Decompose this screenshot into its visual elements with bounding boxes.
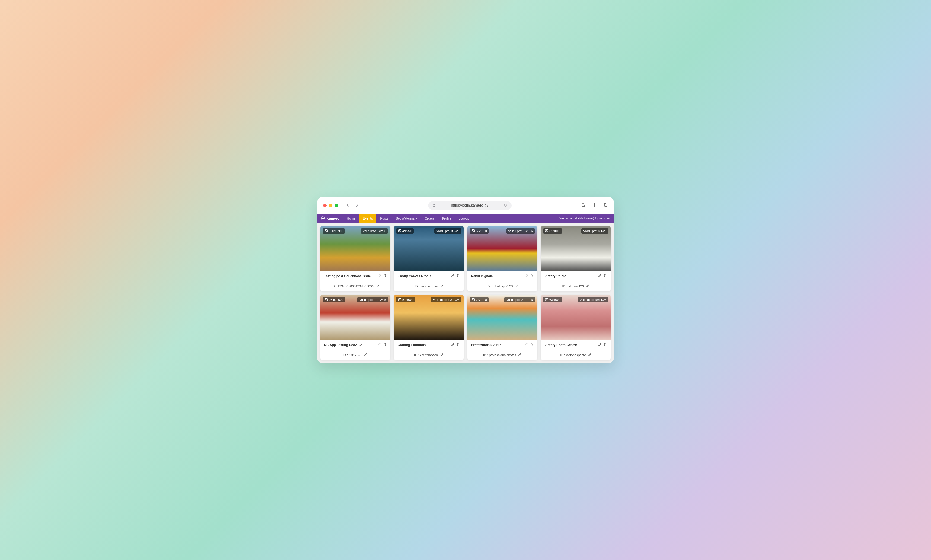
svg-rect-10 (545, 230, 548, 232)
edit-button[interactable] (525, 343, 528, 347)
edit-button[interactable] (451, 343, 455, 347)
window-maximize-button[interactable] (335, 204, 338, 207)
edit-id-button[interactable] (440, 353, 443, 357)
card-actions (525, 343, 533, 347)
edit-id-button[interactable] (375, 284, 379, 288)
validity-value: Valid upto: 22/11/25 (506, 298, 533, 302)
svg-rect-12 (325, 298, 328, 301)
validity-badge: Valid upto: 18/11/25 (578, 297, 608, 303)
event-card[interactable]: 2645/4500 Valid upto: 13/12/25 RB App Te… (320, 295, 390, 360)
event-card[interactable]: 63/1000 Valid upto: 18/11/25 Victory Pho… (541, 295, 611, 360)
browser-chrome: https://login.kamero.ai/ (317, 197, 614, 214)
count-value: 2645/4500 (329, 298, 343, 302)
edit-button[interactable] (451, 274, 455, 278)
card-body: Professional Studio (467, 340, 537, 350)
card-actions (525, 274, 533, 278)
card-image: 55/1000 Valid upto: 12/1/26 (467, 226, 537, 271)
svg-point-17 (472, 299, 473, 300)
card-footer: ID : studios123 (541, 282, 611, 291)
image-icon (471, 298, 475, 302)
edit-button[interactable] (378, 274, 381, 278)
edit-id-button[interactable] (586, 284, 589, 288)
validity-badge: Valid upto: 3/2/26 (434, 228, 461, 234)
count-value: 57/1000 (402, 298, 413, 302)
card-footer: ID : craftemotion (394, 350, 464, 360)
svg-point-11 (546, 230, 546, 231)
new-tab-icon[interactable] (592, 203, 597, 208)
brand-name: Kamero (326, 216, 339, 220)
card-id: ID : craftemotion (414, 353, 438, 357)
svg-rect-16 (472, 298, 474, 301)
card-footer: ID : knottycanva (394, 282, 464, 291)
back-button[interactable] (346, 202, 350, 208)
image-icon (398, 229, 401, 232)
window-minimize-button[interactable] (329, 204, 332, 207)
nav-home[interactable]: Home (343, 214, 359, 223)
delete-button[interactable] (457, 274, 460, 278)
delete-button[interactable] (603, 274, 607, 278)
svg-rect-0 (433, 205, 435, 206)
event-card[interactable]: 73/1000 Valid upto: 22/11/25 Professiona… (467, 295, 537, 360)
validity-value: Valid upto: 10/12/25 (433, 298, 460, 302)
card-image: 2645/4500 Valid upto: 13/12/25 (320, 295, 390, 340)
nav-watermark[interactable]: Set Watermark (392, 214, 421, 223)
forward-button[interactable] (355, 202, 359, 208)
edit-id-button[interactable] (364, 353, 368, 357)
event-card[interactable]: 1009/2960 Valid upto: 9/2/26 Testing pos… (320, 226, 390, 291)
delete-button[interactable] (383, 343, 386, 347)
reload-icon[interactable] (503, 203, 508, 208)
photo-count-badge: 2645/4500 (323, 297, 345, 303)
address-pill[interactable]: https://login.kamero.ai/ (428, 201, 512, 210)
svg-point-15 (399, 299, 399, 300)
validity-value: Valid upto: 3/1/26 (583, 229, 606, 233)
edit-id-button[interactable] (514, 284, 518, 288)
event-card[interactable]: 49/250 Valid upto: 3/2/26 Knotty Canvas … (394, 226, 464, 291)
nav-events[interactable]: Events (359, 214, 377, 223)
window-close-button[interactable] (323, 204, 327, 207)
card-title: Victory Studio (545, 274, 566, 278)
svg-rect-4 (325, 230, 328, 232)
photo-count-badge: 63/1000 (543, 297, 562, 303)
nav-posts[interactable]: Posts (377, 214, 392, 223)
delete-button[interactable] (383, 274, 386, 278)
edit-id-button[interactable] (440, 284, 443, 288)
edit-button[interactable] (598, 274, 602, 278)
count-value: 61/1000 (549, 229, 560, 233)
card-image: 73/1000 Valid upto: 22/11/25 (467, 295, 537, 340)
event-card[interactable]: 57/1000 Valid upto: 10/12/25 Crafting Em… (394, 295, 464, 360)
nav-orders[interactable]: Orders (421, 214, 439, 223)
event-card[interactable]: 55/1000 Valid upto: 12/1/26 Rahul Digita… (467, 226, 537, 291)
nav-logout[interactable]: Logout (455, 214, 472, 223)
tabs-icon[interactable] (603, 203, 608, 208)
nav-arrows (346, 202, 359, 208)
validity-badge: Valid upto: 12/1/26 (506, 228, 535, 234)
card-title: Crafting Emotions (398, 343, 426, 347)
logo-icon (321, 216, 325, 220)
nav-profile[interactable]: Profile (439, 214, 455, 223)
delete-button[interactable] (457, 343, 460, 347)
event-card[interactable]: 61/1000 Valid upto: 3/1/26 Victory Studi… (541, 226, 611, 291)
card-id: ID : knottycanva (414, 285, 438, 288)
count-value: 1009/2960 (329, 229, 343, 233)
card-image: 1009/2960 Valid upto: 9/2/26 (320, 226, 390, 271)
delete-button[interactable] (530, 274, 533, 278)
delete-button[interactable] (603, 343, 607, 347)
photo-count-badge: 55/1000 (470, 228, 489, 234)
svg-point-3 (322, 218, 324, 219)
edit-button[interactable] (598, 343, 602, 347)
validity-value: Valid upto: 13/12/25 (359, 298, 386, 302)
card-title: Testing post Couchbase Issue (324, 274, 371, 278)
share-icon[interactable] (581, 203, 586, 208)
card-id: ID : 12345678901234567890 (331, 285, 374, 288)
content-area: 1009/2960 Valid upto: 9/2/26 Testing pos… (317, 223, 614, 363)
validity-badge: Valid upto: 3/1/26 (582, 228, 608, 234)
edit-id-button[interactable] (518, 353, 522, 357)
brand-logo[interactable]: Kamero (317, 214, 343, 223)
card-footer: ID : rahuldigits123 (467, 282, 537, 291)
delete-button[interactable] (530, 343, 533, 347)
edit-id-button[interactable] (588, 353, 591, 357)
edit-button[interactable] (378, 343, 381, 347)
image-icon (325, 298, 328, 302)
card-actions (598, 343, 607, 347)
edit-button[interactable] (525, 274, 528, 278)
